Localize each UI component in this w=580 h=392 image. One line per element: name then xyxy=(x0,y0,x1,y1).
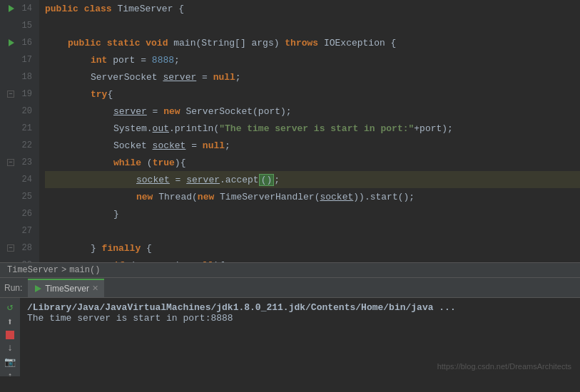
breadcrumb: TimeServer > main() xyxy=(0,262,580,278)
run-label: Run: xyxy=(4,283,22,293)
code-line-29: if (server != null){ xyxy=(45,257,580,262)
fold-19[interactable]: − xyxy=(5,91,16,98)
gutter-row-17: 17 xyxy=(5,51,36,68)
code-line-20: server = new ServerSocket(port); xyxy=(45,103,580,120)
pin-button[interactable]: ↓ xyxy=(4,342,16,354)
run-output: /Library/Java/JavaVirtualMachines/jdk1.8… xyxy=(20,298,580,376)
code-line-19: try{ xyxy=(45,86,580,103)
gutter-row-29: 29 xyxy=(5,257,36,262)
run-tab-icon xyxy=(34,284,42,293)
stop-button[interactable] xyxy=(4,331,16,339)
run-output-text: The time server is start in port:8888 xyxy=(27,313,573,324)
gutter-row-25: 25 xyxy=(5,188,36,205)
gutter-row-22: 22 xyxy=(5,137,36,154)
gutter-row-26: 26 xyxy=(5,205,36,222)
gutter-row-16: 16 xyxy=(5,34,36,51)
code-line-25: new Thread(new TimeServerHandler(socket)… xyxy=(45,188,580,205)
breadcrumb-file: TimeServer xyxy=(7,265,58,275)
code-line-23: while (true){ xyxy=(45,154,580,171)
watermark: https://blog.csdn.net/DreamsArchitects xyxy=(437,362,571,371)
code-line-28: } finally { xyxy=(45,239,580,257)
run-tab-name: TimeServer xyxy=(45,284,89,294)
gutter-row-20: 20 xyxy=(5,103,36,120)
code-line-27 xyxy=(45,222,580,239)
run-output-path: /Library/Java/JavaVirtualMachines/jdk1.8… xyxy=(27,302,573,313)
gutter-row-15: 15 xyxy=(5,17,36,34)
code-line-15 xyxy=(45,17,580,34)
gutter-row-18: 18 xyxy=(5,68,36,86)
code-line-14: public class TimeServer { xyxy=(45,0,580,17)
code-line-24: socket = server.accept(); xyxy=(45,171,580,188)
code-line-18: ServerSocket server = null; xyxy=(45,68,580,86)
fold-28[interactable]: − xyxy=(5,244,16,252)
line-gutter: 14 15 16 17 18 − xyxy=(0,0,39,262)
code-line-22: Socket socket = null; xyxy=(45,137,580,154)
gutter-row-14: 14 xyxy=(5,0,36,17)
run-tab-timeserver[interactable]: TimeServer ✕ xyxy=(28,279,104,297)
code-line-26: } xyxy=(45,205,580,222)
run-content: ↺ ⬆ ↓ 📷 ↑ ↓ /Library/Java/JavaVirtualMac… xyxy=(0,298,580,376)
gutter-row-19: − 19 xyxy=(5,86,36,103)
svg-marker-0 xyxy=(35,285,41,292)
gutter-row-23: − 23 xyxy=(5,154,36,171)
code-lines[interactable]: public class TimeServer { public static … xyxy=(39,0,580,262)
breadcrumb-sep: > xyxy=(61,265,66,275)
code-line-17: int port = 8888; xyxy=(45,51,580,68)
run-toolbar: ↺ ⬆ ↓ 📷 ↑ ↓ xyxy=(0,298,20,376)
camera-button[interactable]: 📷 xyxy=(4,356,16,368)
gutter-row-21: 21 xyxy=(5,120,36,137)
run-panel: Run: TimeServer ✕ ↺ ⬆ ↓ 📷 ↑ ↓ /Library/J… xyxy=(0,278,580,376)
run-arrow-16 xyxy=(5,39,16,46)
run-arrow-14 xyxy=(5,5,16,12)
scroll-up-button[interactable]: ⬆ xyxy=(4,316,16,328)
gutter-row-28: − 28 xyxy=(5,239,36,257)
gutter-row-24: 24 xyxy=(5,171,36,188)
gutter-row-27: 27 xyxy=(5,222,36,239)
run-tabs-bar: Run: TimeServer ✕ xyxy=(0,278,580,298)
tab-close-button[interactable]: ✕ xyxy=(92,284,98,293)
code-line-21: System.out.println("The time server is s… xyxy=(45,120,580,137)
editor-area: 14 15 16 17 18 − xyxy=(0,0,580,278)
fold-23[interactable]: − xyxy=(5,159,16,166)
restart-button[interactable]: ↺ xyxy=(4,301,16,313)
breadcrumb-method: main() xyxy=(69,265,100,275)
code-container: 14 15 16 17 18 − xyxy=(0,0,580,262)
scroll-down-button[interactable]: ↑ xyxy=(4,371,16,376)
code-line-16: public static void main(String[] args) t… xyxy=(45,34,580,51)
